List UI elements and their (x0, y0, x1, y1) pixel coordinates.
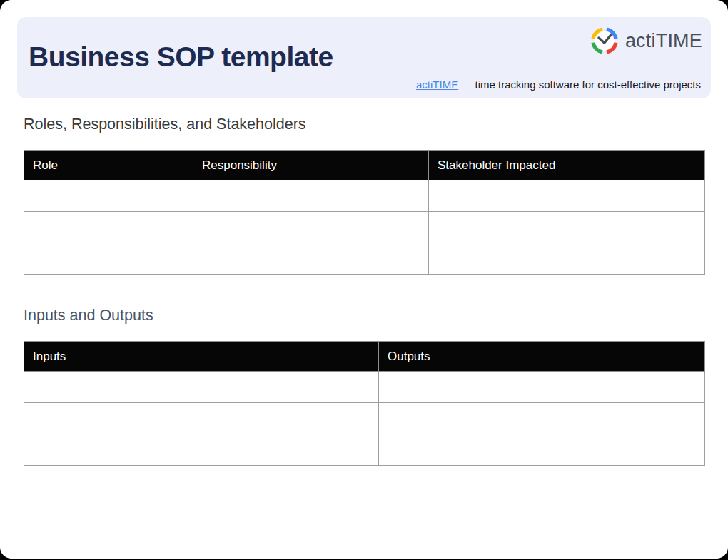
column-header-outputs: Outputs (379, 342, 705, 372)
table-cell[interactable] (379, 403, 705, 434)
table-cell[interactable] (24, 243, 193, 275)
table-cell[interactable] (24, 212, 193, 243)
page-title: Business SOP template (29, 41, 333, 73)
roles-table: Role Responsibility Stakeholder Impacted (24, 150, 705, 275)
table-cell[interactable] (24, 372, 379, 403)
document-card: Business SOP template actiTIME actiTIME … (0, 0, 728, 559)
column-header-inputs: Inputs (24, 342, 379, 372)
table-row (24, 434, 705, 466)
inputs-outputs-table: Inputs Outputs (24, 341, 705, 466)
column-header-role: Role (24, 151, 193, 180)
table-row (24, 372, 705, 403)
table-cell[interactable] (193, 180, 429, 212)
table-cell[interactable] (379, 372, 705, 403)
table-cell[interactable] (429, 180, 705, 212)
table-row (24, 403, 705, 434)
table-cell[interactable] (24, 180, 193, 212)
column-header-responsibility: Responsibility (193, 151, 429, 180)
roles-table-header-row: Role Responsibility Stakeholder Impacted (24, 151, 705, 180)
clock-icon (590, 26, 619, 55)
table-cell[interactable] (24, 403, 379, 434)
table-cell[interactable] (24, 434, 379, 466)
table-body-0 (24, 180, 705, 275)
actitime-link[interactable]: actiTIME (416, 78, 458, 91)
inputs-outputs-table-header-row: Inputs Outputs (24, 342, 705, 372)
tagline-text: — time tracking software for cost-effect… (458, 78, 701, 91)
table-row (24, 180, 705, 212)
section-heading-inputs-outputs: Inputs and Outputs (24, 307, 153, 325)
table-cell[interactable] (379, 434, 705, 466)
table-row (24, 212, 705, 243)
section-heading-roles: Roles, Responsibilities, and Stakeholder… (24, 116, 306, 133)
table-body-1 (24, 372, 705, 466)
table-cell[interactable] (429, 243, 705, 275)
brand-logo: actiTIME (590, 26, 702, 55)
table-cell[interactable] (429, 212, 705, 243)
tagline: actiTIME — time tracking software for co… (416, 78, 701, 91)
table-cell[interactable] (193, 243, 429, 275)
column-header-stakeholder-impacted: Stakeholder Impacted (429, 151, 705, 180)
header-band: Business SOP template actiTIME actiTIME … (17, 17, 711, 98)
table-cell[interactable] (193, 212, 429, 243)
table-row (24, 243, 705, 275)
canvas: { "window": { "canvas_bg": "#000000", "c… (0, 0, 728, 560)
brand-name: actiTIME (625, 30, 702, 52)
